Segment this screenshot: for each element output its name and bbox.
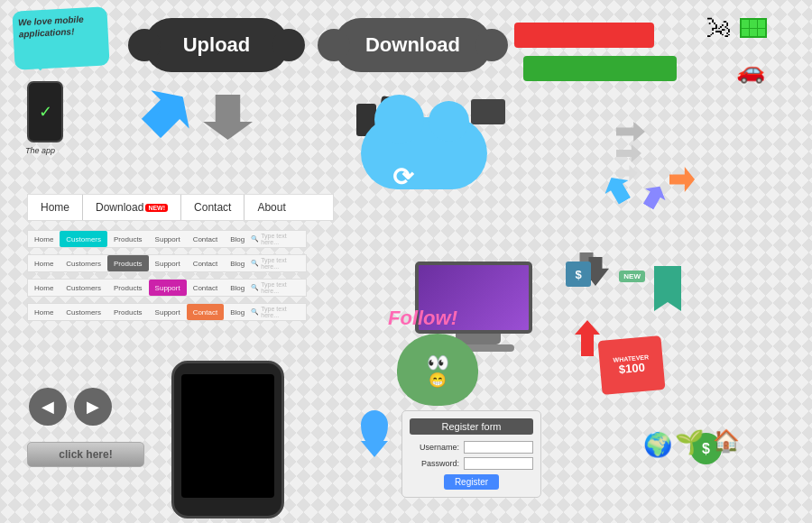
click-here-button[interactable]: click here! xyxy=(27,442,144,467)
mini-nav-3: Home Customers Products Support Contact … xyxy=(27,279,307,297)
nav-contact-label: Contact xyxy=(194,201,231,214)
arrow-down-gray-icon xyxy=(203,95,253,140)
mini-nav-4-search[interactable]: 🔍 Type text here... xyxy=(251,306,302,318)
mini-nav-4-contact[interactable]: Contact xyxy=(187,304,225,320)
mini-nav-3-products[interactable]: Products xyxy=(107,280,149,296)
bookmark-green xyxy=(654,266,681,311)
speech-bubble-text: We love mobile applications! xyxy=(18,14,84,40)
nav-about-label: About xyxy=(257,201,285,214)
arrow-right-orange xyxy=(669,167,695,192)
password-input[interactable] xyxy=(464,457,533,470)
search-icon-2: 🔍 xyxy=(251,260,259,267)
mini-nav-1-customers[interactable]: Customers xyxy=(60,231,107,247)
mini-nav-2-customers[interactable]: Customers xyxy=(60,255,107,271)
register-submit-button[interactable]: Register xyxy=(444,474,499,490)
forward-button[interactable]: ▶ xyxy=(74,388,112,426)
nav-item-home[interactable]: Home xyxy=(28,195,83,220)
upload-button[interactable]: Upload xyxy=(144,18,289,72)
back-icon: ◀ xyxy=(42,397,54,417)
water-drop-icon xyxy=(361,410,388,446)
mini-nav-2-contact[interactable]: Contact xyxy=(187,255,225,271)
arrow-right-gray-2 xyxy=(616,144,641,162)
mini-nav-3-contact[interactable]: Contact xyxy=(187,280,225,296)
username-label: Username: xyxy=(410,443,459,452)
mini-nav-1-blog[interactable]: Blog xyxy=(224,231,251,247)
tree-icon: 🌱 xyxy=(675,428,704,456)
search-icon-3: 🔍 xyxy=(251,284,259,291)
mini-nav-3-blog[interactable]: Blog xyxy=(224,280,251,296)
dollar-badge: $ xyxy=(566,262,591,287)
mini-nav-1: Home Customers Products Support Contact … xyxy=(27,230,307,248)
mini-nav-1-contact[interactable]: Contact xyxy=(187,231,225,247)
mini-nav-1-home[interactable]: Home xyxy=(28,231,60,247)
phone-text: The app xyxy=(25,146,55,155)
mini-nav-3-search[interactable]: 🔍 Type text here... xyxy=(251,281,302,294)
mini-nav-2: Home Customers Products Support Contact … xyxy=(27,254,307,272)
mini-nav-4-products[interactable]: Products xyxy=(107,304,149,320)
register-form-title: Register form xyxy=(410,418,533,435)
forward-icon: ▶ xyxy=(87,397,99,417)
monster-character xyxy=(397,334,478,406)
mini-nav-2-home[interactable]: Home xyxy=(28,255,60,271)
mini-nav-2-support[interactable]: Support xyxy=(149,255,187,271)
arrow-stack-area xyxy=(616,122,645,181)
house-icon: 🏠 xyxy=(713,428,740,454)
arrow-up-blue-icon xyxy=(132,78,202,148)
mini-nav-1-search[interactable]: 🔍 Type text here... xyxy=(251,233,302,245)
mini-nav-3-support[interactable]: Support xyxy=(149,280,187,296)
search-placeholder-3: Type text here... xyxy=(261,281,302,294)
mini-nav-2-blog[interactable]: Blog xyxy=(224,255,251,271)
arrow-right-gray-1 xyxy=(616,122,645,142)
search-icon: 🔍 xyxy=(251,235,259,243)
search-placeholder-4: Type text here... xyxy=(261,306,302,318)
car-icon: 🚗 xyxy=(736,57,765,85)
follow-text: Follow! xyxy=(388,307,457,330)
price-tag: WHATEVER $100 xyxy=(598,335,666,395)
mini-nav-3-home[interactable]: Home xyxy=(28,280,60,296)
smartphone-screen xyxy=(181,374,274,498)
red-banner xyxy=(514,23,654,48)
password-label: Password: xyxy=(410,459,459,468)
earth-icon: 🌍 xyxy=(643,431,672,459)
price-tag-line2: $100 xyxy=(614,360,651,376)
username-row: Username: xyxy=(410,441,533,454)
nav-item-about[interactable]: About xyxy=(245,195,298,220)
green-banner xyxy=(523,56,677,81)
phone-icon xyxy=(27,81,63,142)
mini-nav-4-support[interactable]: Support xyxy=(149,304,187,320)
cloud-sync-icon: ⟳ xyxy=(392,162,413,192)
upload-label: Upload xyxy=(183,33,251,57)
arrow-up-purple-1 xyxy=(638,180,670,213)
wind-turbine-icon: 🌬 xyxy=(706,14,731,43)
smartphone-image xyxy=(171,361,284,518)
mini-nav-4: Home Customers Products Support Contact … xyxy=(27,303,307,321)
solar-panel-icon xyxy=(740,18,767,38)
main-canvas: We love mobile applications! Upload Down… xyxy=(0,0,812,523)
back-button[interactable]: ◀ xyxy=(29,388,67,426)
cloud-sync-area: ⟳ xyxy=(352,99,510,216)
new-badge-right: NEW xyxy=(619,271,645,282)
search-icon-4: 🔍 xyxy=(251,308,259,316)
price-tag-content: WHATEVER $100 xyxy=(613,353,650,376)
username-input[interactable] xyxy=(464,441,533,454)
search-placeholder-2: Type text here... xyxy=(261,257,302,270)
cloud-shape: ⟳ xyxy=(361,117,487,189)
mini-nav-1-support[interactable]: Support xyxy=(149,231,187,247)
mini-nav-4-customers[interactable]: Customers xyxy=(60,304,107,320)
arrow-right-gray-3 xyxy=(616,165,638,181)
cloud-monitor-mini xyxy=(471,99,505,124)
download-button[interactable]: Download xyxy=(334,18,492,72)
main-nav: Home Download NEW! Contact About xyxy=(27,194,334,221)
mini-nav-2-products[interactable]: Products xyxy=(107,255,149,271)
speech-bubble: We love mobile applications! xyxy=(12,6,109,69)
nav-item-download[interactable]: Download NEW! xyxy=(83,195,181,220)
click-here-label: click here! xyxy=(59,448,112,461)
mini-nav-4-blog[interactable]: Blog xyxy=(224,304,251,320)
mini-nav-4-home[interactable]: Home xyxy=(28,304,60,320)
download-label: Download xyxy=(365,33,460,57)
register-form: Register form Username: Password: Regist… xyxy=(401,410,541,498)
mini-nav-1-products[interactable]: Products xyxy=(107,231,149,247)
mini-nav-3-customers[interactable]: Customers xyxy=(60,280,107,296)
nav-item-contact[interactable]: Contact xyxy=(181,195,245,220)
mini-nav-2-search[interactable]: 🔍 Type text here... xyxy=(251,257,302,270)
